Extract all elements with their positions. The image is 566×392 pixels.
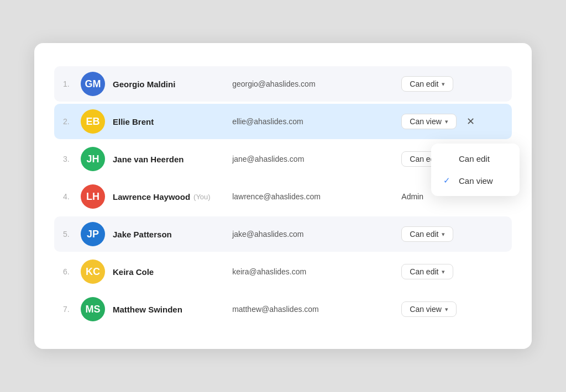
table-row-5: 5.JPJake Pattersonjake@ahaslides.comCan … (54, 216, 512, 252)
row-num-1: 1. (63, 80, 75, 88)
name-cell-4: 4.LHLawrence Haywood(You) (63, 184, 232, 209)
role-cell-6: Can edit▾ (401, 264, 503, 279)
role-dropdown-btn-5[interactable]: Can edit▾ (401, 226, 453, 242)
dropdown-option-label-1: Can view (459, 176, 493, 186)
user-name-7: Matthew Swinden (113, 305, 182, 314)
role-dropdown-btn-2[interactable]: Can view▾ (401, 114, 457, 129)
table-row-1: 1.GMGeorgio Maldinigeorgio@ahaslides.com… (54, 66, 512, 102)
role-label-2: Can view (410, 117, 442, 126)
role-cell-7: Can view▾ (401, 301, 503, 317)
user-name-6: Keira Cole (113, 267, 154, 277)
email-cell-6: keira@ahaslides.com (232, 267, 401, 276)
name-cell-1: 1.GMGeorgio Maldini (63, 72, 232, 96)
rows-container: 1.GMGeorgio Maldinigeorgio@ahaslides.com… (54, 66, 512, 327)
chevron-down-icon-2: ▾ (445, 118, 448, 125)
close-button-2[interactable]: ✕ (463, 114, 478, 129)
role-dropdown-btn-6[interactable]: Can edit▾ (401, 264, 453, 279)
email-cell-5: jake@ahaslides.com (232, 230, 401, 239)
email-cell-3: jane@ahaslides.com (232, 155, 401, 163)
chevron-down-icon-1: ▾ (442, 81, 445, 88)
dropdown-option-label-0: Can edit (459, 154, 490, 163)
chevron-down-icon-5: ▾ (442, 231, 445, 238)
table-row-7: 7.MSMatthew Swindenmatthew@ahaslides.com… (54, 292, 512, 327)
check-icon: ✓ (443, 176, 453, 186)
table-row-2: 2.EBEllie Brentellie@ahaslides.comCan vi… (54, 104, 512, 139)
role-label-5: Can edit (410, 230, 438, 239)
avatar-7: MS (81, 297, 105, 321)
row-num-5: 5. (63, 230, 75, 239)
avatar-3: JH (81, 147, 105, 171)
chevron-down-icon-7: ▾ (445, 306, 448, 313)
user-name-1: Georgio Maldini (113, 80, 175, 89)
name-cell-2: 2.EBEllie Brent (63, 109, 232, 134)
avatar-4: LH (81, 184, 105, 209)
row-num-3: 3. (63, 155, 75, 163)
role-dropdown-menu-2: Can edit✓Can view (431, 144, 520, 196)
row-num-6: 6. (63, 267, 75, 276)
role-cell-1: Can edit▾ (401, 76, 503, 92)
role-label-1: Can edit (410, 80, 438, 88)
user-name-2: Ellie Brent (113, 117, 154, 126)
role-plain-4: Admin (401, 192, 423, 201)
avatar-2: EB (81, 109, 105, 134)
email-cell-1: georgio@ahaslides.com (232, 80, 401, 88)
avatar-5: JP (81, 222, 105, 246)
user-permission-panel: 1.GMGeorgio Maldinigeorgio@ahaslides.com… (34, 43, 532, 349)
email-cell-7: matthew@ahaslides.com (232, 305, 401, 314)
user-name-5: Jake Patterson (113, 230, 172, 239)
row-num-2: 2. (63, 117, 75, 126)
role-cell-5: Can edit▾ (401, 226, 503, 242)
email-cell-4: lawrence@ahaslides.com (232, 192, 401, 201)
role-label-6: Can edit (410, 267, 438, 276)
table-row-6: 6.KCKeira Colekeira@ahaslides.comCan edi… (54, 254, 512, 289)
name-cell-6: 6.KCKeira Cole (63, 259, 232, 284)
avatar-6: KC (81, 259, 105, 284)
role-cell-2: Can view▾✕Can edit✓Can view (401, 114, 503, 129)
chevron-down-icon-6: ▾ (442, 268, 445, 276)
dropdown-item-0[interactable]: Can edit (431, 148, 520, 169)
you-badge-4: (You) (193, 193, 211, 201)
role-label-7: Can view (410, 305, 442, 314)
row-num-4: 4. (63, 192, 75, 201)
row-num-7: 7. (63, 305, 75, 314)
role-dropdown-btn-7[interactable]: Can view▾ (401, 301, 457, 317)
email-cell-2: ellie@ahaslides.com (232, 117, 401, 126)
name-cell-7: 7.MSMatthew Swinden (63, 297, 232, 321)
user-name-4: Lawrence Haywood (113, 192, 190, 202)
table-header (54, 61, 512, 66)
role-dropdown-btn-1[interactable]: Can edit▾ (401, 76, 453, 92)
name-cell-3: 3.JHJane van Heerden (63, 147, 232, 171)
user-name-3: Jane van Heerden (113, 155, 184, 164)
avatar-1: GM (81, 72, 105, 96)
dropdown-item-1[interactable]: ✓Can view (431, 169, 520, 192)
name-cell-5: 5.JPJake Patterson (63, 222, 232, 246)
